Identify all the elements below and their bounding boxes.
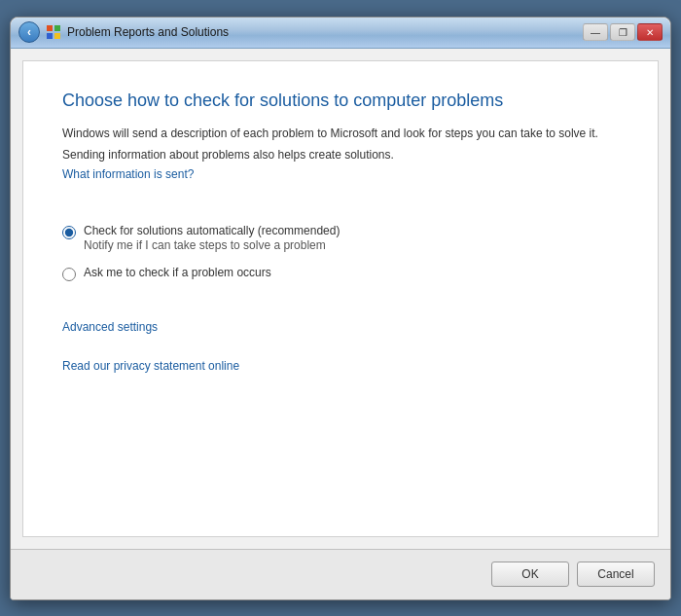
radio-option-manual: Ask me to check if a problem occurs xyxy=(62,266,619,281)
minimize-button[interactable]: — xyxy=(583,23,608,41)
radio-auto-sublabel: Notify me if I can take steps to solve a… xyxy=(84,238,340,252)
title-bar-controls: — ❐ ✕ xyxy=(583,23,663,41)
links-section: Advanced settings Read our privacy state… xyxy=(62,320,619,396)
main-window: ‹ Problem Reports and Solutions — ❐ ✕ Ch… xyxy=(10,17,671,600)
radio-section: Check for solutions automatically (recom… xyxy=(62,224,619,281)
title-bar: ‹ Problem Reports and Solutions — ❐ ✕ xyxy=(11,18,670,49)
inner-panel: Choose how to check for solutions to com… xyxy=(22,60,659,537)
radio-manual-label[interactable]: Ask me to check if a problem occurs xyxy=(84,266,271,279)
what-info-link[interactable]: What information is sent? xyxy=(62,167,619,181)
description-line2: Sending information about problems also … xyxy=(62,146,619,163)
description-line1: Windows will send a description of each … xyxy=(62,125,619,142)
content-area: Choose how to check for solutions to com… xyxy=(11,49,670,549)
radio-option-auto: Check for solutions automatically (recom… xyxy=(62,224,619,252)
svg-rect-2 xyxy=(47,33,53,39)
svg-rect-0 xyxy=(47,25,53,31)
maximize-button[interactable]: ❐ xyxy=(610,23,635,41)
window-title: Problem Reports and Solutions xyxy=(67,25,229,39)
cancel-button[interactable]: Cancel xyxy=(577,562,655,587)
svg-rect-1 xyxy=(54,25,60,31)
back-button[interactable]: ‹ xyxy=(18,21,40,43)
title-bar-left: ‹ Problem Reports and Solutions xyxy=(18,21,229,43)
privacy-statement-link[interactable]: Read our privacy statement online xyxy=(62,359,619,373)
app-icon xyxy=(46,24,61,40)
ok-button[interactable]: OK xyxy=(491,562,569,587)
radio-auto-label[interactable]: Check for solutions automatically (recom… xyxy=(84,224,340,237)
footer-area: OK Cancel xyxy=(11,549,670,599)
main-heading: Choose how to check for solutions to com… xyxy=(62,91,619,111)
close-button[interactable]: ✕ xyxy=(637,23,663,41)
radio-auto[interactable] xyxy=(62,226,76,239)
radio-manual[interactable] xyxy=(62,268,76,281)
advanced-settings-link[interactable]: Advanced settings xyxy=(62,320,619,334)
svg-rect-3 xyxy=(54,33,60,39)
